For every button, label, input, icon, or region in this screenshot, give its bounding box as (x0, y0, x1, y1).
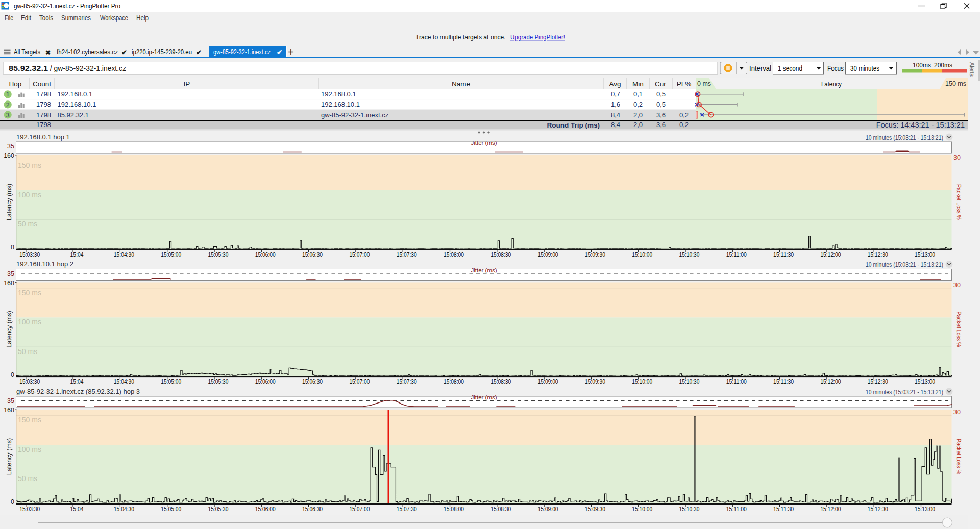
svg-text:15:08:30: 15:08:30 (491, 506, 511, 513)
svg-text:0,2: 0,2 (679, 111, 689, 119)
svg-text:15:12:30: 15:12:30 (868, 251, 888, 258)
svg-text:3,6: 3,6 (656, 111, 666, 119)
svg-text:IP: IP (184, 80, 190, 88)
svg-text:30: 30 (953, 409, 961, 416)
svg-text:✖: ✖ (45, 49, 51, 56)
svg-text:15:11:00: 15:11:00 (726, 378, 747, 385)
svg-text:Latency (ms): Latency (ms) (6, 184, 13, 220)
svg-text:15:09:00: 15:09:00 (538, 251, 558, 258)
svg-text:Latency (ms): Latency (ms) (6, 311, 13, 347)
svg-text:15:11:00: 15:11:00 (726, 251, 747, 258)
svg-text:0,5: 0,5 (656, 90, 666, 98)
svg-text:15:12:00: 15:12:00 (820, 506, 841, 513)
svg-text:Focus: 14:43:21 - 15:13:21: Focus: 14:43:21 - 15:13:21 (876, 121, 965, 129)
svg-text:15:13:00: 15:13:00 (915, 506, 935, 513)
svg-text:0,5: 0,5 (656, 100, 666, 108)
svg-text:15:08:00: 15:08:00 (444, 506, 464, 513)
svg-text:1798: 1798 (36, 111, 51, 119)
svg-text:15:03:30: 15:03:30 (19, 378, 40, 385)
svg-text:15:06:00: 15:06:00 (255, 251, 276, 258)
svg-text:15:12:00: 15:12:00 (820, 251, 841, 258)
svg-text:Workspace: Workspace (100, 14, 128, 22)
svg-text:15:08:30: 15:08:30 (491, 251, 511, 258)
svg-text:Hop: Hop (9, 80, 22, 88)
svg-text:15:08:00: 15:08:00 (444, 378, 464, 385)
svg-text:160: 160 (4, 407, 14, 414)
svg-text:2: 2 (6, 102, 10, 109)
svg-text:192.168.0.1: 192.168.0.1 (58, 90, 93, 98)
svg-text:50 ms: 50 ms (18, 347, 37, 356)
svg-text:File: File (5, 14, 13, 22)
svg-text:200ms: 200ms (934, 62, 952, 69)
svg-text:0,2: 0,2 (679, 121, 689, 129)
svg-text:160: 160 (4, 152, 14, 159)
svg-text:192.168.10.1 hop 2: 192.168.10.1 hop 2 (16, 260, 74, 268)
svg-text:15:04:30: 15:04:30 (114, 251, 134, 258)
svg-text:160: 160 (4, 280, 14, 287)
svg-text:15:11:00: 15:11:00 (726, 506, 747, 513)
svg-text:0,1: 0,1 (633, 90, 643, 98)
svg-text:15:11:30: 15:11:30 (773, 251, 794, 258)
svg-text:Trace to multiple targets at o: Trace to multiple targets at once. Upgra… (415, 33, 565, 41)
svg-text:0,7: 0,7 (611, 90, 620, 98)
svg-text:35: 35 (7, 397, 14, 405)
svg-text:15:03:30: 15:03:30 (19, 251, 40, 258)
svg-text:All Targets: All Targets (14, 48, 40, 56)
svg-text:15:10:30: 15:10:30 (679, 378, 700, 385)
svg-text:15:09:00: 15:09:00 (538, 378, 558, 385)
svg-text:15:06:00: 15:06:00 (255, 378, 276, 385)
svg-text:gw-85-92-32-1.inext.cz - PingP: gw-85-92-32-1.inext.cz - PingPlotter Pro (14, 2, 120, 10)
svg-text:1798: 1798 (36, 121, 51, 129)
svg-text:15:04: 15:04 (70, 506, 84, 513)
svg-text:gw-85-92-32-1.inext.cz: gw-85-92-32-1.inext.cz (213, 48, 271, 56)
svg-text:15:04: 15:04 (70, 251, 84, 258)
svg-text:192.168.0.1: 192.168.0.1 (321, 90, 356, 98)
svg-text:15:08:00: 15:08:00 (444, 251, 464, 258)
svg-text:50 ms: 50 ms (18, 220, 37, 228)
svg-text:100ms: 100ms (913, 62, 931, 69)
svg-text:15:07:30: 15:07:30 (397, 251, 417, 258)
svg-text:Cur: Cur (655, 80, 666, 88)
svg-text:2,0: 2,0 (633, 121, 643, 129)
svg-text:85.92.32.1 / gw-85-92-32-1.ine: 85.92.32.1 / gw-85-92-32-1.inext.cz (9, 64, 126, 72)
svg-text:15:03:30: 15:03:30 (19, 506, 40, 513)
svg-text:Jitter (ms): Jitter (ms) (471, 267, 497, 273)
svg-text:1798: 1798 (36, 100, 51, 108)
svg-text:15:11:30: 15:11:30 (773, 378, 794, 385)
svg-text:Edit: Edit (21, 14, 31, 22)
svg-text:35: 35 (7, 143, 14, 150)
svg-text:15:07:30: 15:07:30 (397, 378, 417, 385)
svg-text:Round Trip (ms): Round Trip (ms) (547, 121, 600, 129)
svg-text:15:10:00: 15:10:00 (632, 506, 652, 513)
svg-text:15:05:00: 15:05:00 (161, 506, 181, 513)
svg-text:Help: Help (136, 14, 149, 22)
svg-text:1: 1 (6, 91, 10, 98)
svg-text:8,4: 8,4 (611, 111, 620, 119)
svg-text:ip220.ip-145-239-20.eu: ip220.ip-145-239-20.eu (132, 48, 192, 56)
svg-text:0: 0 (11, 244, 14, 251)
svg-text:100 ms: 100 ms (18, 318, 41, 326)
svg-text:15:05:30: 15:05:30 (208, 251, 229, 258)
svg-text:85.92.32.1: 85.92.32.1 (58, 111, 89, 119)
svg-text:15:10:30: 15:10:30 (679, 506, 700, 513)
svg-text:15:10:00: 15:10:00 (632, 378, 652, 385)
svg-text:0: 0 (11, 498, 14, 506)
svg-text:Avg: Avg (609, 80, 621, 88)
svg-text:1 second: 1 second (778, 64, 802, 72)
svg-text:0 ms: 0 ms (697, 80, 711, 87)
svg-text:30: 30 (953, 282, 961, 289)
svg-text:15:13:00: 15:13:00 (915, 251, 935, 258)
svg-text:Latency (ms): Latency (ms) (6, 438, 13, 475)
svg-text:15:09:00: 15:09:00 (538, 506, 558, 513)
svg-text:15:06:30: 15:06:30 (302, 378, 323, 385)
svg-text:3,6: 3,6 (656, 121, 666, 129)
svg-text:gw-85-92-32-1.inext.cz: gw-85-92-32-1.inext.cz (321, 111, 388, 119)
svg-text:Packet Loss %: Packet Loss % (955, 439, 962, 474)
svg-text:Latency: Latency (821, 80, 842, 88)
svg-text:8,4: 8,4 (611, 121, 620, 129)
svg-text:15:11:30: 15:11:30 (773, 506, 794, 513)
svg-text:15:10:30: 15:10:30 (679, 251, 700, 258)
svg-text:Jitter (ms): Jitter (ms) (471, 394, 497, 400)
svg-text:15:05:00: 15:05:00 (161, 378, 181, 385)
svg-text:Summaries: Summaries (61, 14, 91, 22)
